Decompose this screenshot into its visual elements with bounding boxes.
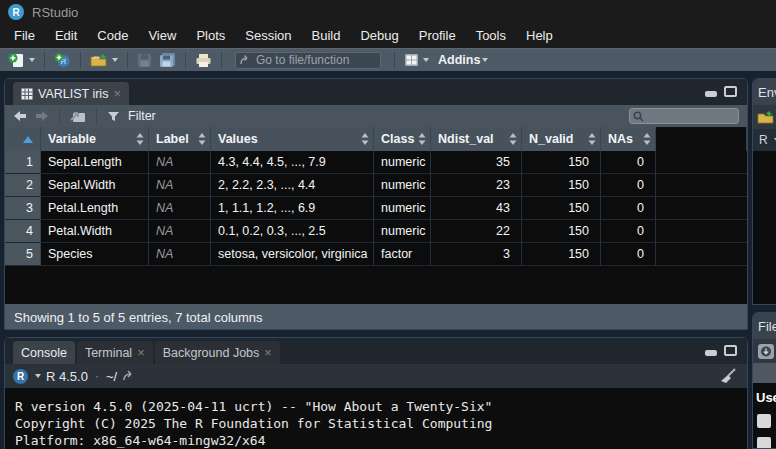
toolbar-separator	[80, 52, 81, 68]
viewer-toolbar: Filter	[5, 105, 747, 127]
cell-nas: 0	[601, 197, 656, 220]
print-button[interactable]	[193, 52, 214, 69]
toolbar-separator	[96, 108, 97, 124]
file-checkbox[interactable]	[757, 437, 771, 449]
save-button[interactable]	[135, 52, 154, 69]
toolbar-separator	[127, 52, 128, 68]
cell-values: 4.3, 4.4, 4.5, ..., 7.9	[211, 151, 374, 174]
save-all-button[interactable]	[157, 51, 178, 69]
minimize-pane-icon[interactable]	[705, 350, 717, 356]
variables-table: Variable Label Values Class Ndist_val N_…	[5, 127, 747, 304]
close-tab-icon[interactable]: ×	[137, 348, 145, 358]
menu-help[interactable]: Help	[516, 24, 563, 48]
column-header-ndist-val[interactable]: Ndist_val	[431, 127, 522, 151]
console-toolbar: R R 4.5.0 · ~/	[5, 364, 747, 388]
cell-n-valid: 150	[522, 243, 601, 266]
cell-ndist-val: 23	[431, 174, 522, 197]
column-header-variable[interactable]: Variable	[41, 127, 149, 151]
row-number: 2	[5, 174, 41, 197]
menu-debug[interactable]: Debug	[350, 24, 408, 48]
maximize-pane-icon[interactable]	[724, 86, 737, 97]
cell-nas: 0	[601, 151, 656, 174]
menu-build[interactable]: Build	[302, 24, 351, 48]
column-header-label[interactable]: Label	[149, 127, 211, 151]
column-header-nas[interactable]: NAs	[601, 127, 656, 151]
menu-code[interactable]: Code	[87, 24, 138, 48]
environment-toolbar	[753, 105, 776, 129]
addins-label: Addins	[438, 53, 480, 67]
cell-variable: Sepal.Length	[41, 151, 149, 174]
toolbar-separator	[59, 108, 60, 124]
minimize-pane-icon[interactable]	[705, 91, 717, 97]
engine-caret-icon[interactable]	[35, 374, 41, 378]
sort-ascending-icon	[23, 136, 33, 143]
menu-view[interactable]: View	[138, 24, 186, 48]
rownum-header[interactable]	[5, 127, 41, 151]
goto-file-function-input[interactable]	[256, 53, 411, 67]
menu-tools[interactable]: Tools	[466, 24, 516, 48]
files-pane: Files User	[752, 312, 776, 449]
menu-profile[interactable]: Profile	[409, 24, 466, 48]
table-row[interactable]: 3 Petal.Length NA 1, 1.1, 1.2, ..., 6.9 …	[5, 197, 747, 220]
close-tab-icon[interactable]: ×	[113, 89, 121, 99]
title-bar: R RStudio	[0, 0, 776, 24]
data-viewer-pane: VARLIST iris × Filter	[4, 78, 748, 330]
row-number: 5	[5, 243, 41, 266]
console-output[interactable]: R version 4.5.0 (2025-04-11 ucrt) -- "Ho…	[5, 388, 747, 449]
column-label: Ndist_val	[438, 132, 494, 146]
cell-values: setosa, versicolor, virginica	[211, 243, 374, 266]
clear-console-icon[interactable]	[719, 368, 737, 384]
filter-icon	[107, 111, 120, 122]
menu-session[interactable]: Session	[235, 24, 301, 48]
addins-caret-icon	[482, 58, 488, 62]
environment-selector[interactable]: R	[753, 129, 776, 151]
table-row[interactable]: 1 Sepal.Length NA 4.3, 4.4, 4.5, ..., 7.…	[5, 151, 747, 174]
cell-class: numeric	[374, 197, 431, 220]
maximize-pane-icon[interactable]	[724, 345, 737, 356]
row-filler	[656, 243, 747, 266]
row-filler	[656, 151, 747, 174]
new-file-blank-icon[interactable]	[757, 343, 775, 360]
addins-button[interactable]: Addins	[438, 53, 488, 67]
table-row[interactable]: 2 Sepal.Width NA 2, 2.2, 2.3, ..., 4.4 n…	[5, 174, 747, 197]
sort-icon	[361, 133, 369, 145]
close-tab-icon[interactable]: ×	[264, 348, 272, 358]
toolbar-separator	[221, 52, 222, 68]
new-project-button[interactable]: R	[52, 51, 73, 70]
menu-file[interactable]: File	[4, 24, 45, 48]
forward-icon[interactable]	[34, 110, 49, 122]
tab-background-jobs[interactable]: Background Jobs ×	[155, 341, 280, 364]
sort-icon	[643, 133, 651, 145]
sort-icon	[509, 133, 517, 145]
toolbar-separator	[44, 52, 45, 68]
column-header-n-valid[interactable]: N_valid	[522, 127, 601, 151]
file-checkbox[interactable]	[757, 414, 771, 428]
menu-plots[interactable]: Plots	[186, 24, 235, 48]
environment-title: Envi	[758, 85, 776, 100]
panes-layout-button[interactable]	[402, 52, 431, 68]
table-row[interactable]: 5 Species NA setosa, versicolor, virgini…	[5, 243, 747, 266]
menu-edit[interactable]: Edit	[45, 24, 87, 48]
cell-ndist-val: 43	[431, 197, 522, 220]
column-header-class[interactable]: Class	[374, 127, 431, 151]
filter-button[interactable]: Filter	[128, 109, 156, 123]
table-status-bar: Showing 1 to 5 of 5 entries, 7 total col…	[5, 304, 747, 330]
popout-window-icon[interactable]	[70, 110, 86, 123]
load-workspace-icon[interactable]	[757, 110, 775, 125]
column-label: Variable	[48, 132, 96, 146]
open-file-caret-icon	[112, 58, 118, 62]
cell-n-valid: 150	[522, 174, 601, 197]
table-search-input[interactable]	[646, 110, 735, 122]
tab-varlist-iris[interactable]: VARLIST iris ×	[13, 82, 129, 105]
open-file-button[interactable]	[88, 52, 120, 69]
tab-console[interactable]: Console	[13, 341, 75, 364]
back-icon[interactable]	[13, 110, 28, 122]
sort-icon	[418, 133, 426, 145]
column-header-values[interactable]: Values	[211, 127, 374, 151]
menu-bar: File Edit Code View Plots Session Build …	[0, 24, 776, 48]
r-engine-icon[interactable]: R	[13, 369, 28, 384]
tab-terminal[interactable]: Terminal ×	[77, 341, 153, 364]
table-row[interactable]: 4 Petal.Width NA 0.1, 0.2, 0.3, ..., 2.5…	[5, 220, 747, 243]
new-file-button[interactable]	[6, 51, 37, 70]
goto-directory-icon[interactable]	[122, 370, 136, 382]
